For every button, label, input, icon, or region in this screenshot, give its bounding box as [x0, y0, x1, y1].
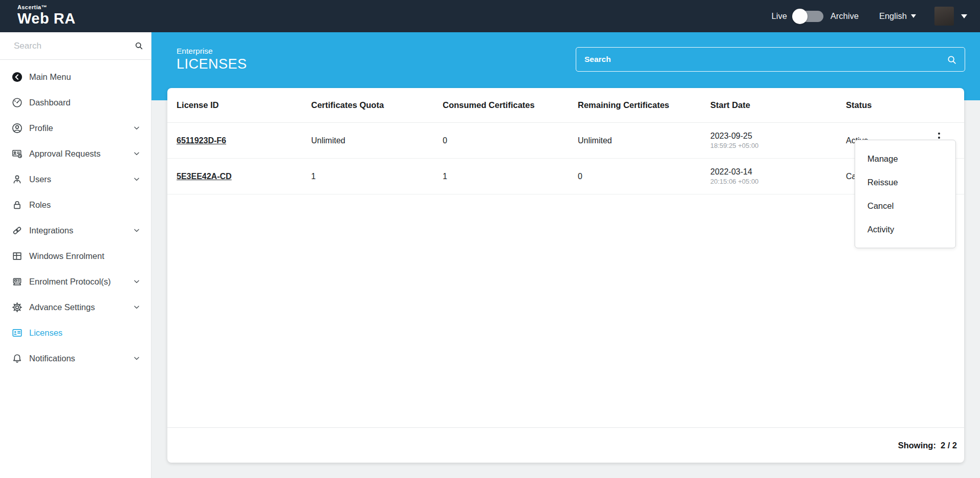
sidebar-item-label: Advance Settings	[29, 302, 95, 312]
language-selector[interactable]: English	[879, 11, 916, 21]
page-heading: Enterprise LICENSES	[177, 46, 247, 72]
sidebar-search-box	[0, 32, 151, 60]
table-footer: Showing: 2 / 2	[167, 427, 964, 463]
license-id-link[interactable]: 6511923D-F6	[177, 136, 226, 145]
sidebar-item-label: Notifications	[29, 354, 75, 363]
page-eyebrow: Enterprise	[177, 46, 247, 56]
archive-label: Archive	[831, 11, 859, 21]
start-time: 18:59:25 +05:00	[710, 141, 846, 150]
sidebar-item-licenses[interactable]: Licenses	[0, 320, 151, 345]
column-header-remaining-certificates: Remaining Certificates	[578, 100, 710, 110]
chain-link-icon	[11, 225, 23, 236]
menu-item-cancel[interactable]: Cancel	[855, 194, 955, 218]
sidebar-item-label: Dashboard	[29, 98, 71, 107]
page-title: LICENSES	[177, 56, 247, 72]
sidebar-item-label: Licenses	[29, 328, 62, 338]
chevron-down-icon	[133, 355, 140, 362]
chevron-down-icon	[133, 176, 140, 183]
start-time: 20:15:06 +05:00	[710, 177, 846, 186]
search-icon[interactable]	[134, 41, 144, 51]
chevron-down-icon	[133, 150, 140, 157]
sidebar-item-users[interactable]: Users	[0, 166, 151, 192]
sidebar-item-integrations[interactable]: Integrations	[0, 218, 151, 243]
chevron-down-icon	[133, 278, 140, 285]
caret-down-icon	[911, 14, 916, 18]
menu-item-manage[interactable]: Manage	[855, 147, 955, 170]
protocol-device-icon	[11, 276, 23, 288]
chevron-down-icon	[133, 303, 140, 311]
remaining-cell: 0	[578, 172, 710, 181]
column-header-consumed-certificates: Consumed Certificates	[443, 100, 578, 110]
sidebar-item-notifications[interactable]: Notifications	[0, 345, 151, 371]
showing-label: Showing:	[898, 441, 936, 450]
sidebar-item-label: Profile	[29, 123, 53, 133]
id-card-icon	[11, 327, 23, 339]
chevron-down-icon	[133, 227, 140, 234]
remaining-cell: Unlimited	[578, 136, 710, 145]
bell-icon	[11, 353, 23, 364]
consumed-cell: 1	[443, 172, 578, 181]
sidebar-item-main-menu[interactable]: Main Menu	[0, 64, 151, 90]
quota-cell: Unlimited	[311, 136, 443, 145]
avatar[interactable]	[934, 7, 954, 26]
sidebar-item-advance-settings[interactable]: Advance Settings	[0, 294, 151, 320]
sidebar-search-input[interactable]	[0, 32, 151, 59]
sidebar-item-windows-enrolment[interactable]: Windows Enrolment	[0, 243, 151, 269]
brand-product: Web RA	[17, 10, 76, 27]
table-header-row: License ID Certificates Quota Consumed C…	[167, 88, 964, 123]
column-header-certificates-quota: Certificates Quota	[311, 100, 443, 110]
topbar: Ascertia™ Web RA Live Archive English	[0, 0, 980, 32]
licenses-search-input[interactable]	[576, 48, 965, 71]
sidebar-item-approval-requests[interactable]: Approval Requests	[0, 141, 151, 166]
back-circle-icon	[11, 71, 23, 83]
sidebar-item-label: Approval Requests	[29, 149, 100, 159]
gear-icon	[11, 301, 23, 313]
windows-icon	[11, 250, 23, 262]
table-row: 6511923D-F6 Unlimited 0 Unlimited 2023-0…	[167, 123, 964, 159]
sidebar: Main Menu Dashboard	[0, 32, 151, 478]
app-window: Enterprise LICENSES	[0, 0, 980, 478]
dashboard-icon	[11, 97, 23, 108]
quota-cell: 1	[311, 172, 443, 181]
menu-item-reissue[interactable]: Reissue	[855, 170, 955, 194]
start-date: 2023-09-25	[710, 131, 846, 141]
sidebar-item-profile[interactable]: Profile	[0, 115, 151, 141]
sidebar-item-label: Roles	[29, 200, 51, 210]
caret-down-icon[interactable]	[961, 14, 967, 18]
brand-logo[interactable]: Ascertia™ Web RA	[17, 4, 76, 27]
user-icon	[11, 173, 23, 185]
licenses-card: License ID Certificates Quota Consumed C…	[167, 88, 964, 463]
consumed-cell: 0	[443, 136, 578, 145]
live-label: Live	[772, 11, 787, 21]
showing-count: 2 / 2	[941, 441, 957, 450]
table-row: 5E3EE42A-CD 1 1 0 2022-03-14 20:15:06 +0…	[167, 159, 964, 194]
sidebar-item-label: Users	[29, 175, 51, 184]
language-label: English	[879, 11, 907, 21]
toggle-knob[interactable]	[792, 9, 808, 24]
sidebar-item-label: Enrolment Protocol(s)	[29, 277, 111, 287]
column-header-license-id: License ID	[177, 100, 311, 110]
sidebar-item-roles[interactable]: Roles	[0, 192, 151, 218]
live-archive-toggle[interactable]	[794, 11, 823, 22]
start-date: 2022-03-14	[710, 167, 846, 177]
sidebar-item-enrolment-protocols[interactable]: Enrolment Protocol(s)	[0, 269, 151, 294]
sidebar-item-label: Windows Enrolment	[29, 251, 104, 261]
sidebar-item-label: Main Menu	[29, 72, 71, 82]
sidebar-item-dashboard[interactable]: Dashboard	[0, 90, 151, 115]
start-date-cell: 2023-09-25 18:59:25 +05:00	[710, 131, 846, 150]
chevron-down-icon	[133, 124, 140, 132]
topbar-right: Live Archive English	[772, 0, 967, 32]
license-id-link[interactable]: 5E3EE42A-CD	[177, 172, 232, 181]
menu-item-activity[interactable]: Activity	[855, 218, 955, 241]
brand-company: Ascertia™	[17, 4, 76, 10]
sidebar-item-label: Integrations	[29, 226, 73, 235]
column-header-status: Status	[846, 100, 964, 110]
profile-icon	[11, 122, 23, 134]
licenses-search-box	[576, 47, 965, 72]
lock-icon	[11, 199, 23, 211]
row-actions-menu: Manage Reissue Cancel Activity	[855, 140, 956, 248]
approval-card-icon	[11, 148, 23, 160]
search-icon[interactable]	[946, 54, 957, 66]
start-date-cell: 2022-03-14 20:15:06 +05:00	[710, 167, 846, 186]
table-empty-area	[167, 194, 964, 427]
